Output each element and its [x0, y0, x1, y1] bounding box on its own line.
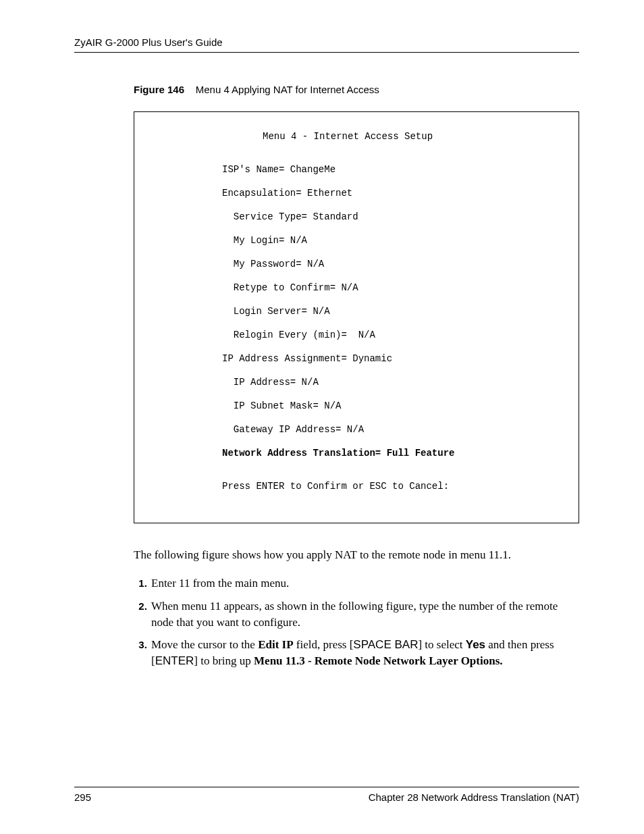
terminal-line: Retype to Confirm= N/A	[222, 282, 572, 294]
terminal-bold-line: Network Address Translation= Full Featur…	[222, 448, 572, 460]
step-3: Move the cursor to the Edit IP field, pr…	[150, 637, 579, 669]
header-title: ZyAIR G-2000 Plus User's Guide	[74, 36, 223, 48]
terminal-box: Menu 4 - Internet Access Setup ISP's Nam…	[134, 111, 579, 523]
figure-caption-text: Menu 4 Applying NAT for Internet Access	[196, 84, 379, 95]
page-footer: 295 Chapter 28 Network Address Translati…	[74, 787, 579, 803]
page: ZyAIR G-2000 Plus User's Guide Figure 14…	[0, 0, 644, 834]
terminal-line: My Password= N/A	[222, 259, 572, 271]
step-3-e: ] to select	[418, 638, 465, 651]
step-3-editip: Edit IP	[258, 638, 293, 651]
figure-caption-sep	[187, 84, 196, 95]
chapter-label: Chapter 28 Network Address Translation (…	[369, 791, 579, 803]
page-number: 295	[74, 791, 91, 803]
terminal-line: IP Address Assignment= Dynamic	[222, 353, 572, 365]
step-3-enter: ENTER	[155, 654, 194, 667]
step-3-spacebar: SPACE BAR	[353, 638, 418, 651]
page-header: ZyAIR G-2000 Plus User's Guide	[74, 36, 579, 53]
step-3-c: field, press [	[294, 638, 354, 651]
terminal-line: ISP's Name= ChangeMe	[222, 164, 572, 176]
step-3-a: Move the cursor to the	[151, 638, 258, 651]
step-2: When menu 11 appears, as shown in the fo…	[150, 598, 579, 631]
terminal-line: Service Type= Standard	[222, 211, 572, 224]
terminal-title: Menu 4 - Internet Access Setup	[222, 131, 572, 143]
body-paragraph: The following figure shows how you apply…	[134, 548, 579, 563]
terminal-line: IP Address= N/A	[222, 377, 572, 389]
terminal-line: Login Server= N/A	[222, 306, 572, 318]
terminal-line: Relogin Every (min)= N/A	[222, 330, 572, 342]
terminal-footer: Press ENTER to Confirm or ESC to Cancel:	[222, 481, 572, 493]
step-3-i: ] to bring up	[194, 654, 254, 667]
steps-list: Enter 11 from the main menu. When menu 1…	[134, 575, 579, 669]
figure-label: Figure 146	[134, 84, 184, 95]
terminal-line: IP Subnet Mask= N/A	[222, 400, 572, 413]
step-3-menu113: Menu 11.3 - Remote Node Network Layer Op…	[254, 654, 502, 667]
terminal-line: Encapsulation= Ethernet	[222, 188, 572, 200]
step-3-yes: Yes	[466, 638, 485, 651]
figure-caption: Figure 146 Menu 4 Applying NAT for Inter…	[134, 84, 579, 95]
step-2-text: When menu 11 appears, as shown in the fo…	[151, 600, 558, 629]
terminal-line: My Login= N/A	[222, 235, 572, 247]
step-1-text: Enter 11 from the main menu.	[151, 577, 289, 590]
step-1: Enter 11 from the main menu.	[150, 575, 579, 592]
terminal-line: Gateway IP Address= N/A	[222, 424, 572, 436]
